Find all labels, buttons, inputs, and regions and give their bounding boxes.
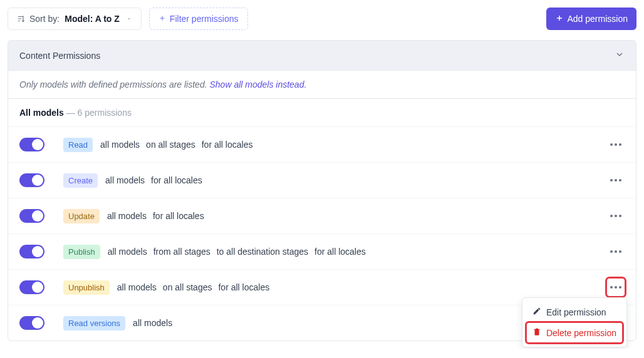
svg-point-14 [619,286,621,289]
toggle[interactable] [19,173,44,187]
scope-segment: on all stages [146,140,195,150]
permission-row: Readall modelson all stagesfor all local… [8,127,636,163]
scope-segment: for all locales [151,175,202,185]
filter-permissions-button[interactable]: Filter permissions [149,8,248,30]
group-count: — 6 permissions [66,108,132,118]
scope: all modelsfor all locales [105,175,202,185]
svg-point-10 [615,250,617,253]
content-permissions-panel: Content Permissions Only models with def… [8,40,636,341]
scope: all modelsfor all locales [107,211,204,221]
svg-point-5 [619,179,621,182]
toggle[interactable] [19,316,44,330]
scope-segment: for all locales [314,247,366,257]
trash-icon [532,327,541,338]
sort-label: Sort by: [29,14,60,24]
caret-down-icon [126,16,132,22]
sort-icon [17,14,26,23]
filter-label: Filter permissions [170,14,239,24]
scope-segment: for all locales [153,211,204,221]
pencil-icon [532,307,541,317]
toggle[interactable] [19,245,44,258]
panel-header[interactable]: Content Permissions [8,41,636,71]
scope-segment: to all destination stages [217,247,308,257]
toggle[interactable] [19,209,44,223]
action-badge: Unpublish [63,280,110,295]
permission-row: Updateall modelsfor all locales [8,198,636,234]
scope-segment: all models [105,175,145,185]
scope-segment: all models [100,140,140,150]
scope-segment: from all stages [153,247,210,257]
action-badge: Read [63,138,93,152]
scope-segment: for all locales [202,140,253,150]
svg-point-3 [610,179,613,182]
permission-row: Createall modelsfor all locales [8,163,636,198]
chevron-down-icon [615,49,625,61]
svg-point-7 [615,215,617,217]
notice-text: Only models with defined permissions are… [19,79,207,90]
svg-point-0 [610,143,613,146]
scope-segment: all models [117,282,157,292]
permission-row: Publishall modelsfrom all stagesto all d… [8,234,636,270]
svg-point-1 [615,143,617,146]
action-badge: Publish [63,245,100,259]
scope-segment: all models [108,247,147,257]
row-actions-button[interactable] [607,243,625,260]
action-badge: Create [63,173,98,188]
scope-segment: all models [133,318,172,328]
row-actions-button[interactable] [607,136,625,153]
row-actions-button[interactable] [607,207,625,225]
svg-point-6 [610,215,613,217]
scope: all modelsfrom all stagesto all destinat… [108,247,366,257]
add-label: Add permission [568,14,628,24]
svg-point-4 [615,179,617,182]
toggle[interactable] [19,280,44,294]
delete-label: Delete permission [546,328,616,338]
row-actions-button[interactable] [607,279,625,296]
add-permission-button[interactable]: Add permission [546,8,637,30]
svg-point-2 [619,143,621,146]
svg-point-12 [610,286,613,289]
group-header: All models — 6 permissions [8,99,636,127]
sort-value: Model: A to Z [63,14,120,24]
scope-segment: for all locales [218,282,269,292]
svg-point-9 [610,250,613,253]
group-title: All models [19,108,64,118]
scope: all modelson all stagesfor all locales [117,282,269,292]
action-badge: Update [63,209,100,223]
svg-point-8 [619,215,621,217]
permission-row: Unpublishall modelson all stagesfor all … [8,270,636,305]
notice: Only models with defined permissions are… [8,71,636,99]
scope: all models [133,318,172,328]
sort-button[interactable]: Sort by: Model: A to Z [8,8,142,30]
plus-icon [555,14,564,24]
panel-title: Content Permissions [19,51,100,61]
svg-point-11 [619,250,621,253]
toolbar: Sort by: Model: A to Z Filter permission… [8,8,636,30]
row-actions-menu: Edit permissionDelete permission [522,297,627,347]
action-badge: Read versions [63,316,125,330]
edit-label: Edit permission [546,307,606,317]
row-actions-button[interactable] [607,171,625,189]
delete-permission-item[interactable]: Delete permission [526,322,623,343]
show-all-models-link[interactable]: Show all models instead. [209,79,306,90]
svg-point-13 [615,286,617,289]
scope-segment: all models [107,211,147,221]
scope-segment: on all stages [163,282,212,292]
plus-icon [158,14,166,24]
toggle[interactable] [19,138,44,151]
scope: all modelson all stagesfor all locales [100,140,252,150]
edit-permission-item[interactable]: Edit permission [526,302,623,322]
